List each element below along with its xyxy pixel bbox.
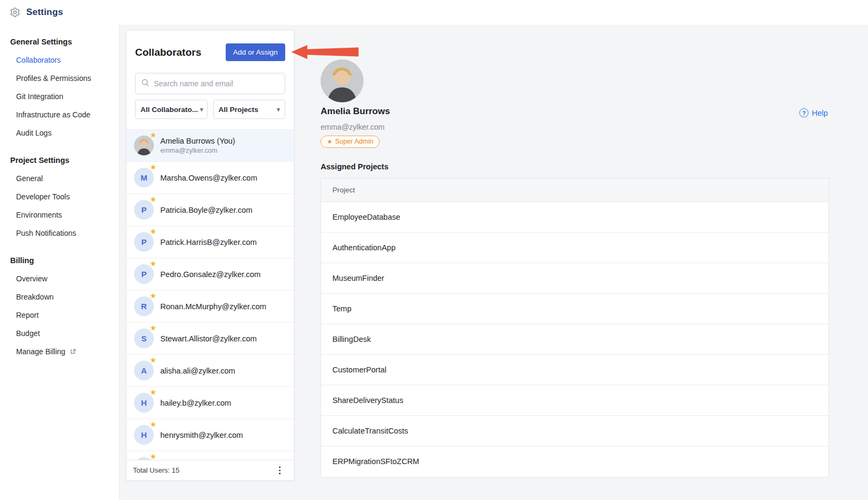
table-row: EmployeeDatabase	[321, 202, 828, 233]
help-label: Help	[812, 109, 828, 117]
star-badge-icon: ★	[150, 260, 156, 267]
super-admin-badge: ★ Super Admin	[321, 136, 380, 148]
table-row: Temp	[321, 294, 828, 324]
sidebar-item-report[interactable]: Report	[0, 306, 119, 324]
sidebar-item-collaborators[interactable]: Collaborators	[0, 51, 119, 69]
table-row: ShareDeliveryStatus	[321, 385, 828, 416]
sidebar-section-general-settings: General Settings Collaborators Profiles …	[0, 32, 119, 142]
table-row: CustomerPortal	[321, 355, 828, 385]
settings-gear-icon	[10, 7, 20, 18]
profile-photo	[321, 59, 363, 102]
sidebar-item-label: Manage Billing	[16, 347, 65, 356]
star-badge-icon: ★	[150, 228, 156, 235]
more-options-icon[interactable]: ⋮	[273, 465, 286, 476]
star-badge-icon: ★	[150, 324, 156, 332]
sidebar-heading: General Settings	[0, 32, 119, 51]
topbar: Settings	[0, 0, 868, 25]
total-users-label: Total Users: 15	[133, 466, 180, 474]
star-icon: ★	[327, 138, 332, 145]
sidebar-item-infrastructure-as-code[interactable]: Infrastructure as Code	[0, 106, 119, 124]
table-row: CalculateTransitCosts	[321, 416, 828, 446]
sidebar-item-overview[interactable]: Overview	[0, 270, 119, 288]
list-footer: Total Users: 15 ⋮	[127, 460, 294, 480]
detail-panel: ? Help Amelia Burrows emma@zylker.com ★ …	[120, 25, 868, 500]
sidebar: General Settings Collaborators Profiles …	[0, 25, 120, 500]
assigned-projects-table: Project EmployeeDatabase AuthenticationA…	[321, 178, 829, 477]
sidebar-item-breakdown[interactable]: Breakdown	[0, 288, 119, 306]
star-badge-icon: ★	[150, 356, 156, 364]
star-badge-icon: ★	[150, 196, 156, 203]
sidebar-item-general[interactable]: General	[0, 169, 119, 188]
sidebar-heading: Project Settings	[0, 151, 119, 169]
help-icon: ?	[799, 108, 808, 117]
star-badge-icon: ★	[150, 389, 156, 396]
sidebar-item-environments[interactable]: Environments	[0, 206, 119, 224]
star-badge-icon: ★	[150, 453, 156, 460]
star-badge-icon: ★	[150, 163, 156, 171]
table-row: AuthenticationApp	[321, 233, 828, 263]
external-link-icon	[70, 348, 76, 355]
sidebar-item-manage-billing[interactable]: Manage Billing	[0, 342, 119, 361]
star-badge-icon: ★	[150, 421, 156, 428]
sidebar-item-profiles-permissions[interactable]: Profiles & Permissions	[0, 69, 119, 87]
profile-name: Amelia Burrows	[321, 106, 390, 117]
badge-label: Super Admin	[335, 138, 374, 145]
star-badge-icon: ★	[150, 131, 156, 139]
app-window: Settings General Settings Collaborators …	[0, 0, 868, 500]
sidebar-item-git-integration[interactable]: Git Integration	[0, 87, 119, 106]
sidebar-item-budget[interactable]: Budget	[0, 324, 119, 342]
sidebar-section-project-settings: Project Settings General Developer Tools…	[0, 151, 119, 242]
sidebar-heading: Billing	[0, 251, 119, 270]
star-badge-icon: ★	[150, 292, 156, 300]
content-area: Collaborators Add or Assign All Collabor…	[120, 25, 868, 500]
table-row: BillingDesk	[321, 324, 828, 355]
sidebar-section-billing: Billing Overview Breakdown Report Budget…	[0, 251, 119, 361]
table-column-header: Project	[321, 178, 828, 202]
sidebar-item-push-notifications[interactable]: Push Notifications	[0, 224, 119, 242]
sidebar-item-developer-tools[interactable]: Developer Tools	[0, 188, 119, 206]
profile-email: emma@zylker.com	[321, 123, 384, 131]
table-row: ERPMigrationSFtoZCRM	[321, 446, 828, 477]
sidebar-item-audit-logs[interactable]: Audit Logs	[0, 124, 119, 142]
assigned-projects-title: Assigned Projects	[321, 162, 389, 171]
page-title: Settings	[26, 7, 63, 18]
help-link[interactable]: ? Help	[799, 108, 828, 117]
table-row: MuseumFinder	[321, 263, 828, 294]
